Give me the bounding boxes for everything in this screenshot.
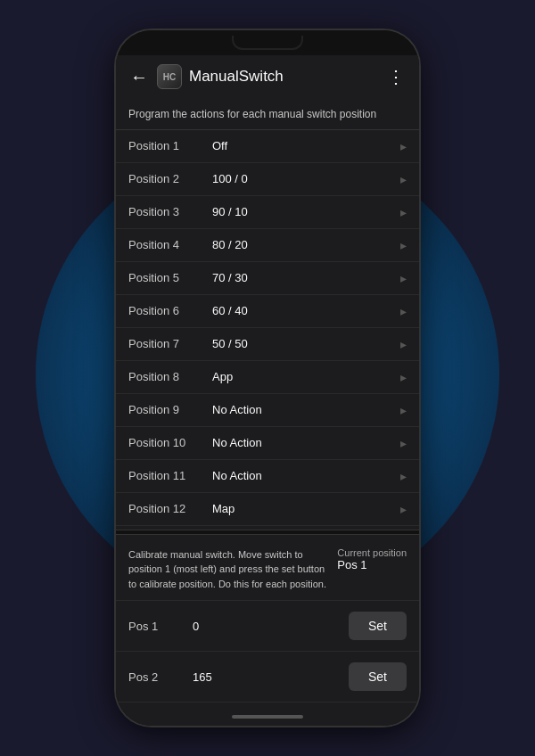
position-row[interactable]: Position 10No Action▸ — [116, 427, 419, 460]
position-value: No Action — [209, 436, 400, 449]
current-position-label: Current position — [337, 547, 407, 558]
chevron-right-icon: ▸ — [400, 337, 407, 351]
cal-row: Pos 10Set — [116, 601, 419, 652]
chevron-right-icon: ▸ — [400, 205, 407, 219]
position-row[interactable]: Position 750 / 50▸ — [116, 328, 419, 361]
back-button[interactable]: ← — [128, 67, 150, 87]
cal-pos-label: Pos 1 — [128, 620, 182, 633]
menu-button[interactable]: ⋮ — [385, 66, 407, 87]
calibration-rows: Pos 10SetPos 2165SetPos 3237SetPos 4298S… — [116, 601, 419, 708]
position-label: Position 5 — [128, 271, 209, 284]
position-label: Position 12 — [128, 502, 209, 515]
chevron-right-icon: ▸ — [400, 139, 407, 153]
position-label: Position 3 — [128, 205, 209, 218]
position-row[interactable]: Position 2100 / 0▸ — [116, 163, 419, 196]
position-label: Position 9 — [128, 403, 209, 416]
divider — [116, 530, 419, 535]
current-position-value: Pos 1 — [337, 558, 366, 571]
position-row[interactable]: Position 570 / 30▸ — [116, 262, 419, 295]
set-button[interactable]: Set — [349, 612, 407, 640]
position-row[interactable]: Position 12Map▸ — [116, 493, 419, 526]
app-icon: HC — [157, 64, 182, 89]
position-row[interactable]: Position 11No Action▸ — [116, 460, 419, 493]
chevron-right-icon: ▸ — [400, 469, 407, 483]
position-label: Position 7 — [128, 337, 209, 350]
position-row[interactable]: Position 660 / 40▸ — [116, 295, 419, 328]
page-title: ManualSwitch — [189, 68, 378, 86]
chevron-right-icon: ▸ — [400, 436, 407, 450]
positions-table: Position 1Off▸Position 2100 / 0▸Position… — [116, 129, 419, 526]
position-value: 80 / 20 — [209, 238, 400, 251]
position-row[interactable]: Position 480 / 20▸ — [116, 229, 419, 262]
position-row[interactable]: Position 390 / 10▸ — [116, 196, 419, 229]
position-label: Position 4 — [128, 238, 209, 251]
calibrate-section: Calibrate manual switch. Move switch to … — [116, 538, 419, 602]
calibrate-description: Calibrate manual switch. Move switch to … — [128, 547, 328, 592]
chevron-right-icon: ▸ — [400, 304, 407, 318]
set-button[interactable]: Set — [349, 662, 407, 691]
chevron-right-icon: ▸ — [400, 502, 407, 516]
topbar: ← HC ManualSwitch ⋮ — [116, 55, 419, 98]
position-row[interactable]: Position 9No Action▸ — [116, 394, 419, 427]
chevron-right-icon: ▸ — [400, 403, 407, 417]
position-label: Position 10 — [128, 436, 209, 449]
position-value: 100 / 0 — [209, 172, 400, 185]
position-label: Position 2 — [128, 172, 209, 185]
position-label: Position 11 — [128, 469, 209, 482]
position-value: No Action — [209, 403, 400, 416]
cal-pos-value: 0 — [189, 620, 342, 633]
position-row[interactable]: Position 1Off▸ — [116, 130, 419, 163]
main-content: Program the actions for each manual swit… — [116, 98, 419, 708]
position-label: Position 1 — [128, 139, 209, 152]
position-value: Off — [209, 139, 400, 152]
cal-row: Pos 2165Set — [116, 652, 419, 703]
position-value: 70 / 30 — [209, 271, 400, 284]
chevron-right-icon: ▸ — [400, 271, 407, 285]
subtitle: Program the actions for each manual swit… — [116, 98, 419, 129]
position-value: 50 / 50 — [209, 337, 400, 350]
position-value: 90 / 10 — [209, 205, 400, 218]
position-label: Position 8 — [128, 370, 209, 383]
cal-pos-value: 165 — [189, 670, 342, 684]
position-value: Map — [209, 502, 400, 515]
position-value: No Action — [209, 469, 400, 482]
cal-pos-label: Pos 2 — [128, 670, 182, 684]
chevron-right-icon: ▸ — [400, 370, 407, 384]
chevron-right-icon: ▸ — [400, 172, 407, 186]
home-bar — [116, 708, 419, 726]
position-label: Position 6 — [128, 304, 209, 317]
position-row[interactable]: Position 8App▸ — [116, 361, 419, 394]
position-value: App — [209, 370, 400, 383]
chevron-right-icon: ▸ — [400, 238, 407, 252]
current-position-block: Current position Pos 1 — [337, 547, 407, 592]
position-value: 60 / 40 — [209, 304, 400, 317]
